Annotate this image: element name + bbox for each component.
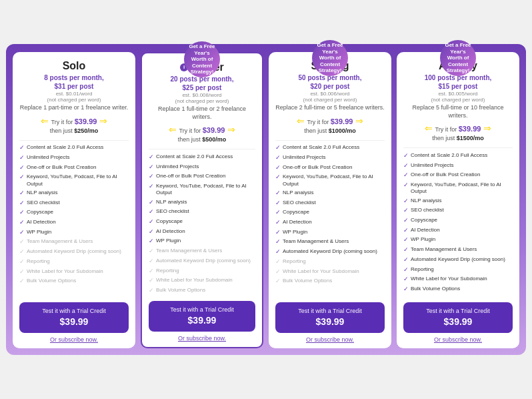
try-it-label: Try it for bbox=[435, 126, 459, 133]
feature-text: One-off or Bulk Post Creation bbox=[411, 171, 480, 178]
arrow-left-icon: ⇐ bbox=[297, 115, 305, 126]
cta-button-agency[interactable]: Test it with a Trial Credit $39.99 bbox=[403, 302, 513, 333]
cta-main-text: Test it with a Trial Credit bbox=[279, 308, 381, 316]
plan-replace-starter: Replace 1 full-time or 2 freelance write… bbox=[149, 105, 255, 121]
check-icon: ✓ bbox=[403, 227, 409, 235]
subscribe-link-solo[interactable]: Or subscribe now. bbox=[19, 336, 129, 343]
feature-item: ✓ SEO checklist bbox=[149, 208, 255, 218]
feature-text: SEO checklist bbox=[27, 200, 60, 206]
feature-item: ✓ Copyscape bbox=[403, 216, 513, 226]
feature-text: Automated Keyword Drip (coming soon) bbox=[411, 256, 505, 263]
cta-button-solo[interactable]: Test it with a Trial Credit $39.99 bbox=[19, 302, 129, 333]
feature-item: ✓ SEO checklist bbox=[19, 198, 129, 208]
features-list-solo: ✓ Content at Scale 2.0 Full Access ✓ Unl… bbox=[19, 143, 129, 297]
check-icon: ✓ bbox=[275, 200, 281, 208]
cta-main-text: Test it with a Trial Credit bbox=[23, 308, 125, 316]
feature-text: Unlimited Projects bbox=[283, 154, 325, 161]
feature-item: ✓ WP Plugin bbox=[275, 228, 385, 238]
try-it-row-solo: ⇐ Try it for $39.99 ⇒ bbox=[19, 115, 129, 127]
feature-text: NLP analysis bbox=[156, 199, 187, 206]
feature-text: One-off or Bulk Post Creation bbox=[283, 164, 352, 171]
plan-replace-scaling: Replace 2 full-time or 5 freelance write… bbox=[275, 104, 385, 112]
check-icon: ✓ bbox=[275, 144, 281, 152]
try-price: $39.99 bbox=[459, 125, 481, 133]
arrow-right-icon: ⇒ bbox=[99, 115, 107, 126]
check-icon: ✓ bbox=[275, 209, 281, 217]
feature-text: Copyscape bbox=[156, 218, 183, 225]
feature-text: SEO checklist bbox=[156, 208, 189, 215]
try-it-label: Try it for bbox=[307, 119, 331, 125]
check-icon: ✓ bbox=[149, 287, 154, 295]
plan-card-starter: Get a Free Year's Worth of Content Strat… bbox=[141, 52, 263, 348]
feature-text: Reporting bbox=[156, 268, 179, 274]
feature-item: ✓ SEO checklist bbox=[403, 206, 513, 216]
check-icon: ✓ bbox=[149, 153, 154, 161]
cta-button-scaling[interactable]: Test it with a Trial Credit $39.99 bbox=[275, 302, 385, 333]
subscribe-link-agency[interactable]: Or subscribe now. bbox=[403, 336, 513, 343]
check-icon: ✓ bbox=[19, 189, 25, 197]
feature-item: ✓ Reporting bbox=[149, 266, 255, 276]
check-icon: ✓ bbox=[19, 229, 25, 237]
feature-item: ✓ Copyscape bbox=[149, 218, 255, 228]
feature-text: AI Detection bbox=[283, 219, 312, 226]
check-icon: ✓ bbox=[19, 248, 25, 256]
feature-item: ✓ NLP analysis bbox=[275, 189, 385, 199]
feature-text: White Label for Your Subdomain bbox=[27, 268, 103, 275]
divider bbox=[149, 149, 255, 149]
feature-item: ✓ Team Management & Users bbox=[19, 238, 129, 248]
check-icon: ✓ bbox=[403, 286, 409, 294]
cta-price-text: $39.99 bbox=[407, 316, 509, 328]
cta-button-starter[interactable]: Test it with a Trial Credit $39.99 bbox=[149, 301, 255, 332]
feature-item: ✓ Copyscape bbox=[19, 208, 129, 218]
cta-price-text: $39.99 bbox=[23, 316, 125, 328]
check-icon: ✓ bbox=[275, 248, 281, 256]
check-icon: ✓ bbox=[403, 276, 409, 284]
try-it-row-starter: ⇐ Try it for $39.99 ⇒ bbox=[149, 123, 255, 135]
feature-item: ✓ AI Detection bbox=[149, 227, 255, 237]
feature-item: ✓ Reporting bbox=[275, 257, 385, 267]
feature-text: Bulk Volume Options bbox=[27, 278, 76, 284]
feature-item: ✓ Keyword, YouTube, Podcast, File to AI … bbox=[19, 173, 129, 189]
feature-item: ✓ One-off or Bulk Post Creation bbox=[149, 172, 255, 182]
check-icon: ✓ bbox=[19, 219, 25, 227]
feature-item: ✓ AI Detection bbox=[403, 226, 513, 236]
feature-text: Reporting bbox=[283, 258, 306, 265]
check-icon: ✓ bbox=[149, 163, 154, 171]
subscribe-link-starter[interactable]: Or subscribe now. bbox=[149, 335, 255, 342]
check-icon: ✓ bbox=[19, 164, 25, 172]
feature-item: ✓ NLP analysis bbox=[149, 197, 255, 208]
feature-text: Keyword, YouTube, Podcast, File to AI Ou… bbox=[411, 181, 513, 195]
feature-text: Reporting bbox=[27, 258, 50, 265]
feature-text: Keyword, YouTube, Podcast, File to AI Ou… bbox=[27, 173, 129, 187]
check-icon: ✓ bbox=[149, 173, 154, 181]
feature-item: ✓ Automated Keyword Drip (coming soon) bbox=[275, 248, 385, 258]
check-icon: ✓ bbox=[403, 217, 409, 225]
feature-text: Copyscape bbox=[411, 217, 437, 224]
cta-main-text: Test it with a Trial Credit bbox=[153, 306, 251, 314]
features-list-starter: ✓ Content at Scale 2.0 Full Access ✓ Unl… bbox=[149, 152, 255, 296]
feature-text: Unlimited Projects bbox=[156, 163, 199, 170]
feature-text: WP Plugin bbox=[27, 229, 51, 236]
feature-item: ✓ AI Detection bbox=[19, 218, 129, 228]
subscribe-link-scaling[interactable]: Or subscribe now. bbox=[275, 336, 385, 343]
feature-item: ✓ Keyword, YouTube, Podcast, File to AI … bbox=[149, 181, 255, 197]
arrow-right-icon: ⇒ bbox=[227, 124, 235, 135]
check-icon: ✓ bbox=[403, 162, 409, 170]
check-icon: ✓ bbox=[19, 200, 25, 208]
then-price-agency: then just $1500/mo bbox=[403, 135, 513, 141]
feature-item: ✓ White Label for Your Subdomain bbox=[149, 276, 255, 286]
try-price: $39.99 bbox=[203, 126, 225, 134]
check-icon: ✓ bbox=[403, 181, 409, 189]
check-icon: ✓ bbox=[403, 266, 409, 274]
check-icon: ✓ bbox=[19, 173, 25, 181]
arrow-right-icon: ⇒ bbox=[355, 115, 363, 126]
feature-text: WP Plugin bbox=[156, 238, 181, 244]
check-icon: ✓ bbox=[149, 268, 154, 276]
feature-item: ✓ NLP analysis bbox=[403, 196, 513, 206]
arrow-left-icon: ⇐ bbox=[425, 123, 433, 133]
feature-item: ✓ Automated Keyword Drip (coming soon) bbox=[403, 255, 513, 265]
feature-text: Keyword, YouTube, Podcast, File to AI Ou… bbox=[156, 183, 255, 197]
check-icon: ✓ bbox=[275, 189, 281, 197]
plan-posts-solo: 8 posts per month,$31 per post bbox=[19, 73, 129, 91]
check-icon: ✓ bbox=[149, 277, 154, 285]
